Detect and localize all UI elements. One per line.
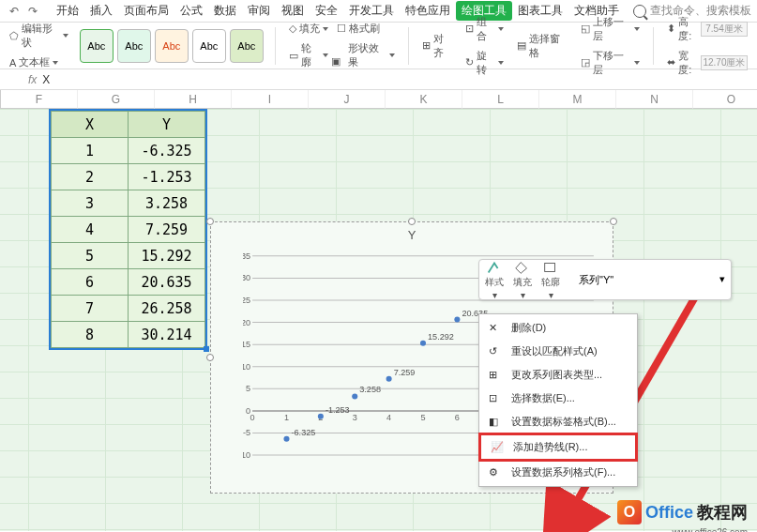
shape-gallery[interactable]: Abc Abc Abc Abc Abc <box>78 27 265 65</box>
edit-shape-button[interactable]: ⬠ 编辑形状 <box>6 20 72 52</box>
table-row[interactable]: 1-6.325 <box>52 138 205 164</box>
svg-point-40 <box>420 341 426 346</box>
menu-item-2[interactable]: 页面布局 <box>118 1 174 21</box>
menu-item-3[interactable]: 公式 <box>174 1 208 21</box>
selection-handle[interactable] <box>204 346 209 352</box>
redo-icon[interactable]: ↷ <box>24 3 41 20</box>
chart-title[interactable]: Y <box>211 222 613 248</box>
context-menu-item-5[interactable]: 📈添加趋势线(R)... <box>478 433 638 462</box>
svg-text:5: 5 <box>246 384 250 393</box>
svg-text:35: 35 <box>243 251 250 261</box>
table-row[interactable]: 726.258 <box>52 296 205 322</box>
series-selector[interactable]: 系列"Y" ▾ <box>569 273 725 287</box>
svg-text:15: 15 <box>243 340 250 349</box>
resize-handle[interactable] <box>408 218 416 225</box>
context-menu-item-6[interactable]: ⚙设置数据系列格式(F)... <box>479 461 637 484</box>
shape-style-2[interactable]: Abc <box>117 29 151 63</box>
column-header[interactable]: I <box>232 90 309 109</box>
menu-item-8[interactable]: 开发工具 <box>343 1 400 21</box>
outline-button[interactable]: 轮廓 ▾ <box>541 260 560 300</box>
shape-style-3[interactable]: Abc <box>155 29 189 63</box>
shape-style-1[interactable]: Abc <box>80 29 114 63</box>
shape-style-4[interactable]: Abc <box>192 29 226 63</box>
context-menu-item-2[interactable]: ⊞更改系列图表类型... <box>479 363 637 387</box>
menu-item-0[interactable]: 开始 <box>51 1 84 21</box>
undo-icon[interactable]: ↶ <box>6 3 23 20</box>
menu-item-1[interactable]: 插入 <box>84 1 118 21</box>
svg-text:4: 4 <box>386 413 391 422</box>
align-button[interactable]: ⊞对齐 <box>418 30 456 62</box>
svg-rect-46 <box>545 263 555 271</box>
column-header[interactable]: G <box>78 90 155 109</box>
svg-text:15.292: 15.292 <box>428 332 454 342</box>
menu-icon: 📈 <box>491 441 506 454</box>
formula-value[interactable]: X <box>42 73 50 86</box>
select-pane-button[interactable]: ▤选择窗格 <box>513 30 571 62</box>
send-backward-button[interactable]: ◲ 下移一层 <box>577 47 643 79</box>
menu-item-4[interactable]: 数据 <box>208 1 242 21</box>
svg-text:-1.253: -1.253 <box>326 405 350 415</box>
svg-text:6: 6 <box>455 413 460 422</box>
table-header[interactable]: Y <box>129 112 205 138</box>
data-table[interactable]: XY1-6.3252-1.25333.25847.259515.292620.6… <box>49 109 207 350</box>
svg-text:-6.325: -6.325 <box>292 428 316 437</box>
resize-handle[interactable] <box>610 218 617 225</box>
table-header[interactable]: X <box>52 112 129 138</box>
ribbon: ⬠ 编辑形状 A 文本框 Abc Abc Abc Abc Abc ◇ 填充 ☐ … <box>0 23 757 69</box>
svg-point-42 <box>454 317 460 323</box>
menu-icon: ✕ <box>489 322 504 335</box>
svg-text:10: 10 <box>243 362 250 372</box>
fx-icon[interactable]: fx <box>28 73 37 86</box>
resize-handle[interactable] <box>206 218 214 225</box>
width-field: ⬌ 宽度: <box>663 47 751 79</box>
table-row[interactable]: 2-1.253 <box>52 164 205 190</box>
text-box-button[interactable]: A 文本框 <box>6 53 72 71</box>
watermark-url: www.office26.com <box>673 527 748 532</box>
table-row[interactable]: 830.214 <box>52 322 205 348</box>
menu-item-9[interactable]: 特色应用 <box>400 1 456 21</box>
style-button[interactable]: 样式 ▾ <box>485 260 504 300</box>
column-header[interactable]: F <box>1 90 78 109</box>
context-menu-item-1[interactable]: ↺重设以匹配样式(A) <box>479 340 637 363</box>
shape-style-5[interactable]: Abc <box>230 29 264 63</box>
column-header[interactable]: J <box>309 90 386 109</box>
bring-forward-button[interactable]: ◱ 上移一层 <box>577 13 643 45</box>
context-menu-item-3[interactable]: ⊡选择数据(E)... <box>479 387 637 410</box>
height-input[interactable] <box>701 22 748 37</box>
logo-icon: O <box>617 500 642 524</box>
width-input[interactable] <box>701 55 748 70</box>
outline-button[interactable]: ▭ 轮廓 ▣ 形状效果 <box>285 39 400 71</box>
fill-button[interactable]: 填充 ▾ <box>513 260 532 300</box>
column-header[interactable]: K <box>386 90 462 109</box>
svg-text:7.259: 7.259 <box>394 368 416 377</box>
menu-item-11[interactable]: 图表工具 <box>512 1 568 21</box>
grid-body[interactable]: XY1-6.3252-1.25333.25847.259515.292620.6… <box>0 109 757 531</box>
svg-text:-10: -10 <box>243 450 250 460</box>
fill-button[interactable]: ◇ 填充 ☐ 格式刷 <box>285 20 400 38</box>
svg-text:25: 25 <box>243 296 250 305</box>
svg-text:20: 20 <box>243 318 250 327</box>
column-header[interactable]: M <box>539 90 616 109</box>
svg-text:1: 1 <box>284 413 289 422</box>
combine-button[interactable]: ⊡ 组合 <box>462 13 507 45</box>
context-menu-item-0[interactable]: ✕删除(D) <box>479 316 637 340</box>
svg-text:30: 30 <box>243 273 250 282</box>
svg-text:3: 3 <box>353 413 357 422</box>
resize-handle[interactable] <box>206 354 214 361</box>
context-menu-item-4[interactable]: ◧设置数据标签格式(B)... <box>479 410 637 433</box>
column-header[interactable]: L <box>462 90 539 109</box>
table-row[interactable]: 47.259 <box>52 217 205 243</box>
svg-text:5: 5 <box>420 413 425 422</box>
table-row[interactable]: 33.258 <box>52 190 205 217</box>
height-field: ⬍ 高度: <box>663 13 751 45</box>
menu-icon: ⊡ <box>489 392 504 405</box>
table-row[interactable]: 620.635 <box>52 269 205 296</box>
menu-item-5[interactable]: 审阅 <box>242 1 276 21</box>
column-header[interactable]: H <box>155 90 232 109</box>
menu-item-7[interactable]: 安全 <box>310 1 343 21</box>
table-row[interactable]: 515.292 <box>52 243 205 269</box>
column-header[interactable]: O <box>693 90 757 109</box>
column-header[interactable]: N <box>616 90 693 109</box>
menu-item-6[interactable]: 视图 <box>276 1 310 21</box>
rotate-button[interactable]: ↻ 旋转 <box>462 47 507 79</box>
